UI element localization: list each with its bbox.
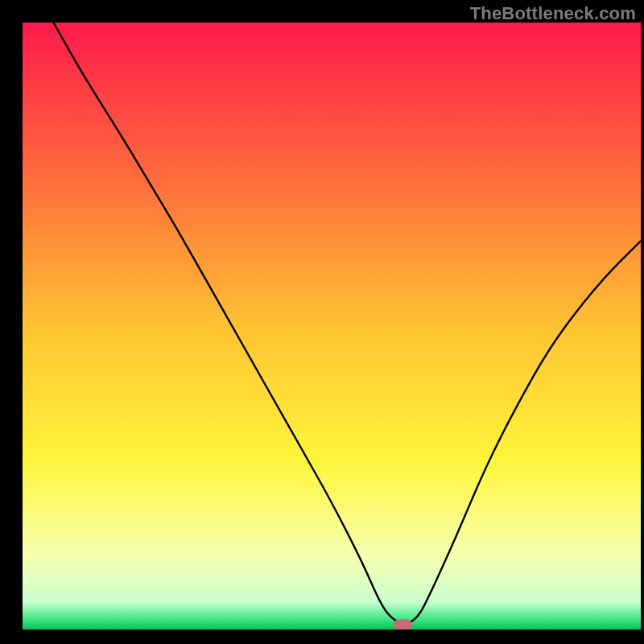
frame-left [0, 0, 23, 644]
plot-background [23, 23, 641, 630]
frame-bottom [0, 630, 644, 644]
bottleneck-chart [0, 0, 644, 644]
watermark-text: TheBottleneck.com [470, 3, 636, 24]
optimum-marker [394, 620, 411, 630]
chart-container: TheBottleneck.com [0, 0, 644, 644]
frame-right [641, 0, 644, 644]
